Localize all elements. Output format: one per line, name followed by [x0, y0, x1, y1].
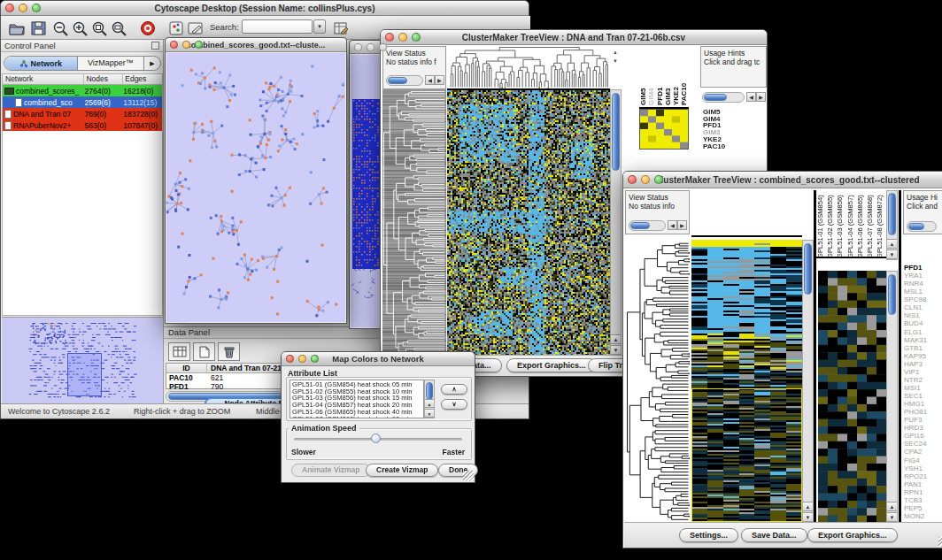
tv1-column-dendrogram[interactable]: [447, 46, 610, 89]
scroll-thumb[interactable]: [908, 223, 924, 230]
gene-label[interactable]: VIP1: [904, 368, 942, 376]
animate-vizmap-button[interactable]: Animate Vizmap: [291, 464, 371, 477]
gene-label[interactable]: PAN1: [904, 480, 942, 488]
close-button[interactable]: [385, 33, 394, 42]
gene-label[interactable]: GPI16: [904, 432, 942, 440]
scroll-thumb[interactable]: [888, 274, 896, 315]
gene-label[interactable]: KAP95: [904, 352, 942, 360]
resize-grip[interactable]: [938, 536, 942, 547]
column-label[interactable]: GIM4: [647, 49, 655, 105]
attribute-list-item[interactable]: GPL51-01 (GSM854) heat shock 05 min: [292, 381, 421, 388]
zoom-in-icon[interactable]: [70, 18, 91, 39]
zoom-window-button[interactable]: [412, 33, 421, 42]
gene-label[interactable]: PHO81: [904, 408, 942, 416]
scroll-up-arrow[interactable]: ▲: [611, 334, 621, 344]
close-button[interactable]: [354, 43, 362, 51]
tv2-labels-vscrollbar[interactable]: ▲ ▼: [886, 190, 898, 260]
zoom-window-button[interactable]: [311, 355, 319, 363]
minimize-button[interactable]: [182, 41, 190, 49]
attribute-list-item[interactable]: GPL51-04 (GSM857) heat shock 20 min: [292, 402, 421, 409]
scroll-down-arrow[interactable]: ▼: [887, 249, 897, 259]
network-view-window[interactable]: combined_scores_good.txt--cluste...: [165, 37, 347, 324]
zoom-window-button[interactable]: [379, 43, 387, 51]
column-label[interactable]: GPL51-07 (GSM868): [866, 192, 876, 258]
gene-label[interactable]: MAK31: [904, 336, 942, 344]
gene-label[interactable]: YSH1: [904, 464, 942, 472]
gene-label[interactable]: NTR2: [904, 376, 942, 384]
close-button[interactable]: [5, 4, 14, 12]
gene-label[interactable]: SPC98: [904, 295, 942, 303]
scroll-left-arrow[interactable]: ◀: [668, 220, 677, 230]
col-header-edges[interactable]: Edges: [123, 74, 162, 84]
gene-label[interactable]: HAP3: [904, 360, 942, 368]
save-data-button[interactable]: Save Data...: [741, 528, 807, 542]
gene-label[interactable]: ELG1: [904, 328, 942, 336]
delete-attribute-trash-icon[interactable]: [218, 342, 240, 361]
minimize-button[interactable]: [298, 355, 306, 363]
column-label[interactable]: GPL51-03 (GSM856): [836, 192, 845, 258]
save-session-button[interactable]: [27, 18, 49, 39]
tv1-row-dendrogram[interactable]: [382, 89, 446, 356]
scroll-down-arrow[interactable]: ▼: [611, 345, 621, 355]
tv1-heatmap-vscrollbar[interactable]: ▲ ▼: [610, 89, 622, 356]
gene-label[interactable]: FIG4: [904, 456, 942, 464]
gene-label[interactable]: MSI1: [904, 384, 942, 392]
scroll-down-arrow[interactable]: ▼: [887, 512, 897, 522]
attr-col-id[interactable]: ID: [166, 364, 207, 372]
scroll-thumb[interactable]: [388, 77, 407, 84]
minimize-button[interactable]: [19, 4, 27, 12]
scroll-thumb[interactable]: [888, 193, 896, 235]
tv2-detail-vscrollbar[interactable]: ▲ ▼: [886, 271, 898, 523]
scroll-thumb[interactable]: [426, 382, 433, 400]
row-label[interactable]: PAC10: [703, 143, 765, 150]
gene-label[interactable]: TCB3: [904, 496, 942, 504]
scroll-right-arrow[interactable]: ▶: [435, 75, 444, 85]
zoom-window-button[interactable]: [654, 175, 663, 184]
scroll-thumb[interactable]: [804, 243, 812, 295]
tab-more[interactable]: ▶: [144, 57, 160, 70]
gene-label[interactable]: PUF3: [904, 416, 942, 424]
gene-label[interactable]: RPO21: [904, 472, 942, 480]
gene-label[interactable]: YRA1: [904, 272, 942, 280]
network-row-combined-scores[interactable]: combined_scores_ 2764(0) 16218(0): [3, 85, 162, 96]
scroll-right-arrow[interactable]: ▶: [756, 92, 766, 102]
scroll-left-arrow[interactable]: ◀: [746, 92, 756, 102]
new-attribute-icon[interactable]: [193, 342, 215, 361]
column-label[interactable]: GIM5: [639, 49, 647, 105]
scroll-up-arrow[interactable]: ▲: [425, 399, 434, 408]
close-button[interactable]: [286, 355, 294, 363]
col-header-network[interactable]: Network: [3, 74, 84, 84]
tv1-status-hscroll[interactable]: [386, 75, 423, 86]
attribute-list-item[interactable]: GPL51-03 (GSM856) heat shock 15 min: [292, 395, 421, 402]
column-label[interactable]: GPL51-08 (GSM872): [876, 192, 885, 258]
scroll-down-arrow[interactable]: ▼: [803, 512, 813, 522]
open-session-button[interactable]: [6, 18, 27, 39]
resize-grip[interactable]: [463, 471, 474, 481]
settings-button[interactable]: Settings...: [679, 528, 738, 542]
scroll-up-arrow[interactable]: ▲: [803, 502, 813, 511]
zoom-window-button[interactable]: [32, 4, 41, 12]
search-input[interactable]: [242, 19, 313, 34]
scroll-down-arrow[interactable]: ▼: [425, 409, 434, 418]
scroll-thumb[interactable]: [704, 94, 727, 101]
column-label[interactable]: GPL51-04 (GSM857): [846, 192, 856, 258]
column-label[interactable]: GIM3: [664, 49, 672, 105]
gene-label[interactable]: CPA2: [904, 448, 942, 456]
network-overview-panel[interactable]: [2, 317, 163, 404]
gene-label[interactable]: PFD1: [904, 264, 942, 272]
gene-label[interactable]: CLN1: [904, 303, 942, 311]
scroll-up-arrow[interactable]: ▲: [887, 239, 897, 249]
gene-label[interactable]: NIS1: [904, 311, 942, 319]
tv2-row-dendrogram[interactable]: [625, 240, 690, 523]
tab-network[interactable]: Network: [4, 57, 78, 70]
move-up-button[interactable]: ∧: [441, 384, 467, 395]
down-arrow-icon[interactable]: ▼: [613, 58, 618, 64]
network-row-combined-sco-selected[interactable]: combined_sco 2569(6) 13112(15): [3, 96, 162, 108]
scroll-right-arrow[interactable]: ▶: [677, 220, 687, 230]
gene-label[interactable]: GTB1: [904, 344, 942, 352]
column-label[interactable]: GPL51-06 (GSM865): [856, 192, 866, 258]
network-row-rnapuber[interactable]: RNAPuberNov2+ 563(0) 107847(0): [3, 119, 162, 131]
gene-label[interactable]: MSL1: [904, 288, 942, 295]
network-view-canvas[interactable]: [166, 53, 345, 322]
tv2-status-hscroll[interactable]: [629, 220, 666, 231]
